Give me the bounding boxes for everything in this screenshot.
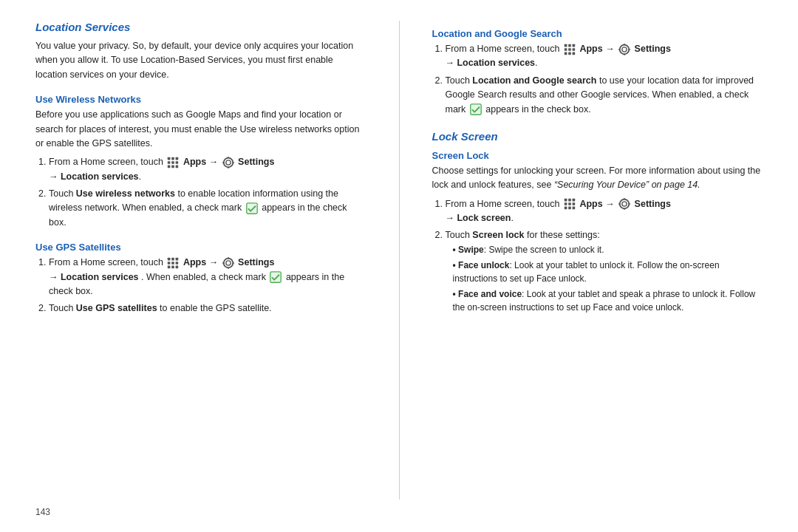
page-number: 143 [35,507,763,517]
svg-rect-1 [172,157,175,160]
step1-sub: → Lock screen [446,213,511,223]
step2-bold: Use GPS satellites [76,303,157,313]
lock-step2: Touch Screen lock for these settings: Sw… [446,228,763,313]
settings-icon [222,156,235,169]
check-icon-gps [269,270,282,284]
step2-pre: Touch [49,188,73,199]
svg-rect-15 [247,203,257,214]
columns: Location Services You value your privacy… [35,21,763,499]
step2-post2: appears in the check box. [485,104,590,115]
apps-icon-gps [166,256,180,270]
svg-rect-56 [573,207,576,210]
step2-bold: Screen lock [472,230,524,240]
svg-rect-39 [568,52,571,55]
step2-post: for these settings: [527,230,600,240]
location-services-title: Location Services [35,21,366,33]
bullet-item: Swipe: Swipe the screen to unlock it. [453,243,763,256]
svg-rect-49 [568,199,571,202]
page: Location Services You value your privacy… [0,0,798,532]
step1-pre: From a Home screen, touch [49,157,163,167]
step1-apps: Apps [183,157,206,167]
svg-point-41 [622,47,627,52]
use-gps-section: Use GPS Satellites From a Home screen, t… [35,234,366,321]
svg-rect-20 [172,262,175,265]
svg-rect-35 [565,48,567,51]
use-wireless-step2: Touch Use wireless networks to enable lo… [49,187,366,230]
svg-rect-47 [471,104,481,115]
use-wireless-step1: From a Home screen, touch [49,155,366,184]
svg-rect-17 [172,258,175,261]
bullet-item: Face unlock: Look at your tablet to unlo… [453,259,763,285]
svg-rect-53 [573,203,576,206]
svg-rect-8 [176,166,179,168]
check-icon-lg [469,103,482,116]
svg-rect-48 [565,199,567,202]
step2-post: to enable the GPS satellite. [160,303,271,313]
step2-pre: Touch [446,75,470,86]
svg-point-25 [225,261,230,265]
right-column: Location and Google Search From a Home s… [432,21,763,499]
step1-pre: From a Home screen, touch [446,199,560,209]
step1-apps: Apps [579,199,602,209]
use-gps-step1: From a Home screen, touch A [49,256,366,299]
svg-point-57 [622,202,627,206]
svg-rect-34 [573,44,576,47]
use-gps-step2: Touch Use GPS satellites to enable the G… [49,301,366,316]
svg-point-26 [223,259,233,268]
bullet-item: Face and voice: Look at your tablet and … [453,287,763,314]
step1-sub-pre: → Location services [49,272,139,282]
lock-screen-steps: From a Home screen, touch A [432,197,763,314]
svg-point-42 [620,44,630,54]
lock-screen-title: Lock Screen [432,130,763,143]
svg-rect-21 [176,262,179,265]
step1-settings: Settings [238,157,274,167]
step1-settings: Settings [635,44,671,54]
svg-rect-7 [172,166,175,168]
svg-rect-2 [176,157,179,160]
column-divider [399,21,400,499]
step1-pre: From a Home screen, touch [49,257,163,267]
svg-point-9 [225,160,230,165]
use-gps-steps: From a Home screen, touch A [35,256,366,316]
svg-rect-32 [565,44,567,47]
step2-bold: Use wireless networks [76,188,175,199]
lock-screen-section: Lock Screen Screen Lock Choose settings … [432,130,763,318]
step1-settings: Settings [238,257,274,267]
screen-lock-subtitle: Screen Lock [432,150,763,161]
svg-rect-23 [172,265,175,268]
svg-rect-0 [168,157,171,160]
svg-rect-4 [172,161,175,164]
step1-settings: Settings [635,199,671,209]
location-google-steps: From a Home screen, touch A [432,42,763,117]
use-wireless-title: Use Wireless Networks [35,94,366,105]
location-services-section: Location Services You value your privacy… [35,21,366,86]
svg-rect-3 [168,161,171,164]
use-wireless-body: Before you use applications such as Goog… [35,108,366,151]
svg-rect-24 [176,265,179,268]
svg-rect-50 [573,199,576,202]
step1-pre: From a Home screen, touch [446,44,560,54]
use-wireless-section: Use Wireless Networks Before you use app… [35,86,366,234]
apps-icon-ls [563,197,576,211]
left-column: Location Services You value your privacy… [35,21,366,499]
lock-screen-body: Choose settings for unlocking your scree… [432,164,763,193]
svg-rect-54 [565,207,567,210]
svg-rect-22 [168,265,171,268]
step1-sub: → Location services [446,58,536,68]
location-services-body: You value your privacy. So, by default, … [35,39,366,82]
svg-rect-36 [568,48,571,51]
step2-pre: Touch [446,230,470,240]
step1-apps: Apps [183,257,206,267]
check-icon [245,202,259,215]
step2-bold: Location and Google search [472,75,596,86]
settings-icon-ls [618,197,631,211]
step2-pre: Touch [49,303,73,313]
location-google-step2: Touch Location and Google search to use … [446,74,763,117]
svg-rect-51 [565,203,567,206]
settings-icon-gps [222,256,235,270]
screen-lock-bullets: Swipe: Swipe the screen to unlock it.Fac… [446,243,763,314]
svg-rect-6 [168,166,171,168]
svg-rect-37 [573,48,576,51]
svg-rect-5 [176,161,179,164]
svg-rect-33 [568,44,571,47]
